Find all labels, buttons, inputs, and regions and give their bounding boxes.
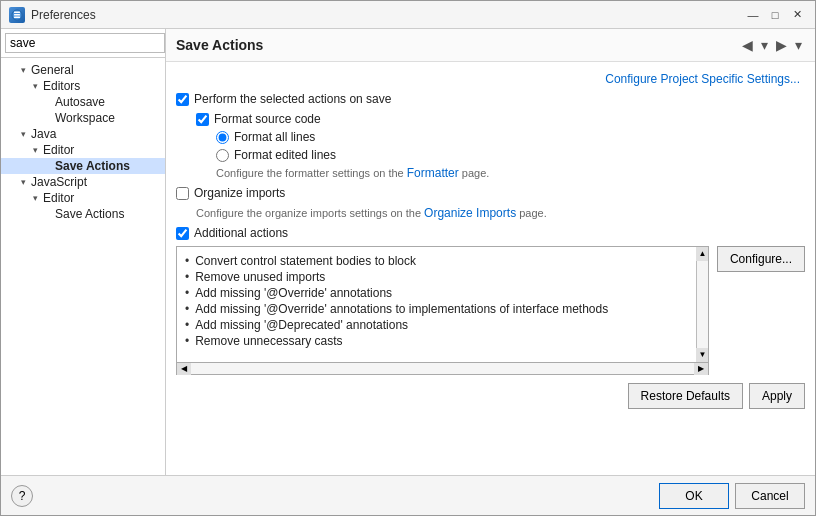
minimize-button[interactable]: — xyxy=(743,6,763,24)
formatter-link[interactable]: Formatter xyxy=(407,166,459,180)
format-source-checkbox[interactable] xyxy=(196,113,209,126)
expand-icon xyxy=(41,208,53,220)
list-item: • Remove unnecessary casts xyxy=(185,333,688,349)
tree-item-editors[interactable]: ▾ Editors xyxy=(1,78,165,94)
tree-item-javascript[interactable]: ▾ JavaScript xyxy=(1,174,165,190)
organize-hint: Configure the organize imports settings … xyxy=(176,206,805,220)
expand-icon xyxy=(41,96,53,108)
format-all-radio[interactable] xyxy=(216,131,229,144)
tree-label: Editors xyxy=(43,79,80,93)
configure-project-link[interactable]: Configure Project Specific Settings... xyxy=(605,72,800,86)
additional-actions-area: • Convert control statement bodies to bl… xyxy=(176,246,805,375)
panel-title: Save Actions xyxy=(176,37,263,53)
format-source-row: Format source code xyxy=(196,112,805,126)
additional-actions-checkbox[interactable] xyxy=(176,227,189,240)
additional-actions-label: Additional actions xyxy=(194,226,288,240)
formatter-hint-text: Configure the formatter settings on the xyxy=(216,167,404,179)
tree-label: Autosave xyxy=(55,95,105,109)
vertical-scrollbar: ▲ ▼ xyxy=(696,247,708,362)
organize-imports-label: Organize imports xyxy=(194,186,285,200)
horizontal-scrollbar: ◀ ▶ xyxy=(176,363,709,375)
tree-item-java[interactable]: ▾ Java xyxy=(1,126,165,142)
svg-rect-3 xyxy=(14,11,20,13)
scroll-down-button[interactable]: ▼ xyxy=(696,348,708,362)
additional-actions-row: Additional actions xyxy=(176,226,805,240)
scroll-left-button[interactable]: ◀ xyxy=(177,363,191,375)
search-bar: ✕ xyxy=(1,29,165,58)
formatter-hint: Configure the formatter settings on the … xyxy=(196,166,805,180)
tree-label: General xyxy=(31,63,74,77)
list-item: • Add missing '@Override' annotations xyxy=(185,285,688,301)
restore-apply-row: Restore Defaults Apply xyxy=(176,383,805,409)
bottom-buttons: OK Cancel xyxy=(659,483,805,509)
restore-defaults-button[interactable]: Restore Defaults xyxy=(628,383,743,409)
tree-label: Workspace xyxy=(55,111,115,125)
tree-label: Java xyxy=(31,127,56,141)
list-item: • Add missing '@Override' annotations to… xyxy=(185,301,688,317)
content-area: ✕ ▾ General ▾ Editors Autosave xyxy=(1,29,815,475)
organize-hint-text: Configure the organize imports settings … xyxy=(196,207,421,219)
list-item: • Remove unused imports xyxy=(185,269,688,285)
format-all-lines-row: Format all lines xyxy=(216,130,805,144)
close-button[interactable]: ✕ xyxy=(787,6,807,24)
expand-icon xyxy=(41,112,53,124)
tree-item-save-actions-js[interactable]: Save Actions xyxy=(1,206,165,222)
expand-icon: ▾ xyxy=(17,176,29,188)
window-icon xyxy=(9,7,25,23)
tree-item-autosave[interactable]: Autosave xyxy=(1,94,165,110)
format-all-label: Format all lines xyxy=(234,130,315,144)
scroll-right-button[interactable]: ▶ xyxy=(694,363,708,375)
configure-button[interactable]: Configure... xyxy=(717,246,805,272)
formatter-hint2: page. xyxy=(462,167,490,179)
perform-on-save-checkbox[interactable] xyxy=(176,93,189,106)
tree-label: Save Actions xyxy=(55,159,130,173)
tree-item-editor-java[interactable]: ▾ Editor xyxy=(1,142,165,158)
svg-rect-1 xyxy=(14,14,20,16)
configure-btn-area: Configure... xyxy=(717,246,805,272)
sidebar: ✕ ▾ General ▾ Editors Autosave xyxy=(1,29,166,475)
list-item: • Convert control statement bodies to bl… xyxy=(185,253,688,269)
tree-item-save-actions-java[interactable]: Save Actions xyxy=(1,158,165,174)
back-dropdown-button[interactable]: ▾ xyxy=(758,35,771,55)
expand-icon: ▾ xyxy=(17,64,29,76)
additional-list-box: • Convert control statement bodies to bl… xyxy=(176,246,709,363)
expand-icon: ▾ xyxy=(29,144,41,156)
additional-list-wrapper: • Convert control statement bodies to bl… xyxy=(176,246,709,375)
panel-header: Save Actions ◀ ▾ ▶ ▾ xyxy=(166,29,815,62)
forward-button[interactable]: ▶ xyxy=(773,35,790,55)
svg-rect-2 xyxy=(14,16,20,18)
back-button[interactable]: ◀ xyxy=(739,35,756,55)
organize-imports-row: Organize imports xyxy=(176,186,805,200)
additional-list: • Convert control statement bodies to bl… xyxy=(177,247,696,362)
tree-label: Editor xyxy=(43,143,74,157)
main-panel: Save Actions ◀ ▾ ▶ ▾ Configure Project S… xyxy=(166,29,815,475)
search-input[interactable] xyxy=(5,33,165,53)
help-button[interactable]: ? xyxy=(11,485,33,507)
format-edited-label: Format edited lines xyxy=(234,148,336,162)
organize-imports-checkbox[interactable] xyxy=(176,187,189,200)
format-edited-radio[interactable] xyxy=(216,149,229,162)
nav-toolbar: ◀ ▾ ▶ ▾ xyxy=(739,35,805,55)
ok-button[interactable]: OK xyxy=(659,483,729,509)
tree-item-workspace[interactable]: Workspace xyxy=(1,110,165,126)
panel-body: Configure Project Specific Settings... P… xyxy=(166,62,815,475)
apply-button[interactable]: Apply xyxy=(749,383,805,409)
scroll-up-button[interactable]: ▲ xyxy=(696,247,708,261)
tree-item-general[interactable]: ▾ General xyxy=(1,62,165,78)
perform-on-save-row: Perform the selected actions on save xyxy=(176,92,805,106)
perform-on-save-label: Perform the selected actions on save xyxy=(194,92,391,106)
organize-imports-link[interactable]: Organize Imports xyxy=(424,206,516,220)
preferences-window: Preferences — □ ✕ ✕ ▾ General ▾ xyxy=(0,0,816,516)
cancel-button[interactable]: Cancel xyxy=(735,483,805,509)
maximize-button[interactable]: □ xyxy=(765,6,785,24)
organize-hint2: page. xyxy=(519,207,547,219)
format-sub-group: Format all lines Format edited lines xyxy=(196,130,805,162)
window-controls: — □ ✕ xyxy=(743,6,807,24)
window-title: Preferences xyxy=(31,8,743,22)
expand-icon: ▾ xyxy=(17,128,29,140)
tree-navigation: ▾ General ▾ Editors Autosave Workspace xyxy=(1,58,165,475)
format-group: Format source code Format all lines Form… xyxy=(176,112,805,180)
bottom-bar: ? OK Cancel xyxy=(1,475,815,515)
tree-item-editor-js[interactable]: ▾ Editor xyxy=(1,190,165,206)
forward-dropdown-button[interactable]: ▾ xyxy=(792,35,805,55)
